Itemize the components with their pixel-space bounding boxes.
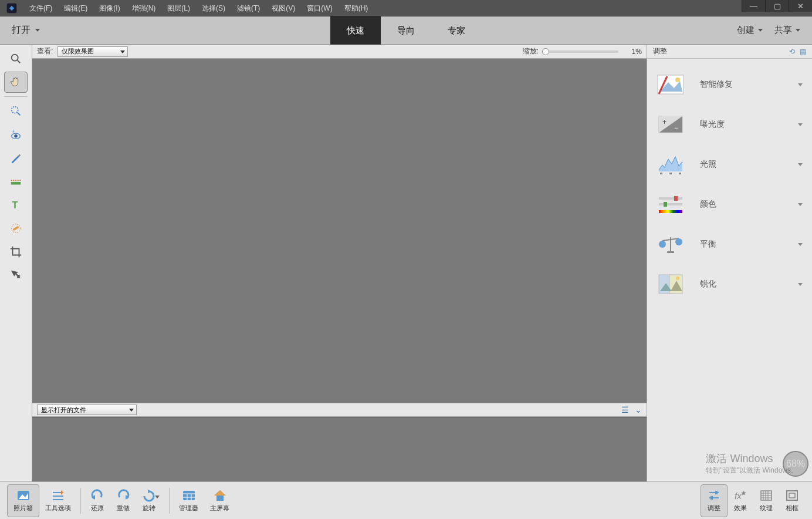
svg-rect-23 [669, 173, 672, 174]
bb-label: 调整 [708, 504, 720, 513]
text-tool[interactable]: T [4, 194, 28, 215]
tab-expert[interactable]: 专家 [431, 16, 482, 45]
svg-rect-22 [660, 173, 662, 174]
sharpen-icon [657, 272, 685, 296]
share-button[interactable]: 共享 [774, 25, 800, 36]
color-icon [657, 193, 685, 216]
chevron-down-icon [798, 123, 803, 126]
open-label: 打开 [12, 24, 31, 36]
open-button[interactable]: 打开 [12, 24, 40, 36]
menu-layer[interactable]: 图层(L) [161, 0, 196, 16]
collapse-icon[interactable]: ⌄ [635, 405, 642, 414]
effects-tab-button[interactable]: fx 效果 [728, 484, 753, 517]
svg-text:T: T [12, 200, 18, 210]
move-tool[interactable] [4, 265, 28, 286]
adjustments-list: 智能修复 +− 曝光度 光照 颜色 平衡 [647, 59, 812, 310]
chevron-down-icon [798, 203, 803, 206]
chevron-down-icon [758, 29, 763, 32]
canvas-area[interactable] [32, 59, 647, 403]
redo-button[interactable]: 重做 [110, 484, 136, 517]
spot-heal-tool[interactable] [4, 218, 28, 239]
chevron-down-icon [796, 29, 800, 32]
close-button[interactable]: ✕ [789, 0, 812, 12]
chevron-down-icon [35, 29, 40, 32]
app-icon [0, 0, 23, 16]
redeye-tool[interactable]: + [4, 124, 28, 145]
svg-rect-61 [787, 491, 797, 500]
minimize-button[interactable]: — [742, 0, 765, 12]
menu-enhance[interactable]: 增强(N) [126, 0, 162, 16]
menu-filter[interactable]: 滤镜(T) [231, 0, 266, 16]
photo-tray[interactable] [32, 417, 647, 481]
adjust-balance[interactable]: 平衡 [647, 224, 812, 264]
bb-label: 效果 [734, 504, 747, 513]
svg-point-32 [659, 241, 666, 248]
chevron-down-icon [798, 283, 803, 286]
quick-select-tool[interactable] [4, 100, 28, 122]
svg-text:−: − [674, 124, 678, 132]
adjustments-title: 调整 [653, 46, 667, 56]
reset-icon[interactable]: ⟲ [789, 48, 795, 56]
tool-palette: + T [0, 45, 32, 481]
home-button[interactable]: 主屏幕 [204, 484, 235, 517]
view-dropdown[interactable]: 仅限效果图 [57, 46, 128, 57]
svg-rect-12 [12, 226, 19, 231]
straighten-tool[interactable] [4, 171, 28, 192]
adjust-label: 曝光度 [700, 119, 783, 130]
undo-button[interactable]: 还原 [84, 484, 110, 517]
bb-label: 照片箱 [13, 504, 33, 513]
menu-help[interactable]: 帮助(H) [339, 0, 374, 16]
title-bar: 文件(F) 编辑(E) 图像(I) 增强(N) 图层(L) 选择(S) 滤镜(T… [0, 0, 812, 16]
adjust-sharpen[interactable]: 锐化 [647, 264, 812, 304]
menu-select[interactable]: 选择(S) [196, 0, 231, 16]
menu-view[interactable]: 视图(V) [266, 0, 301, 16]
zoom-slider[interactable] [542, 50, 618, 53]
panel-menu-icon[interactable]: ▤ [800, 48, 806, 56]
balance-icon [657, 232, 685, 256]
menu-edit[interactable]: 编辑(E) [58, 0, 93, 16]
adjustments-tab-button[interactable]: 调整 [701, 484, 728, 517]
share-label: 共享 [774, 25, 792, 36]
svg-rect-29 [659, 210, 682, 213]
open-files-dropdown-value: 显示打开的文件 [41, 406, 86, 414]
bb-label: 管理器 [179, 504, 198, 513]
options-bar: 查看: 仅限效果图 缩放: 1% [32, 45, 647, 59]
svg-rect-28 [664, 202, 667, 207]
tool-options-button[interactable]: 工具选项 [39, 484, 77, 517]
zoom-slider-thumb[interactable] [542, 48, 549, 55]
photo-bin-button[interactable]: 照片箱 [7, 484, 39, 517]
svg-marker-54 [214, 490, 226, 496]
tab-quick[interactable]: 快速 [330, 16, 381, 45]
zoom-tool[interactable] [4, 48, 28, 69]
adjust-smart-fix[interactable]: 智能修复 [647, 65, 812, 105]
svg-rect-62 [789, 493, 795, 498]
textures-tab-button[interactable]: 纹理 [753, 484, 779, 517]
open-files-dropdown[interactable]: 显示打开的文件 [37, 405, 137, 415]
rotate-button[interactable]: 旋转 [136, 484, 165, 517]
svg-point-15 [675, 77, 680, 82]
bb-label: 还原 [91, 504, 104, 513]
chevron-down-icon [798, 243, 803, 246]
svg-point-1 [12, 55, 18, 61]
list-view-icon[interactable]: ☰ [621, 405, 629, 414]
zoom-value: 1% [622, 48, 642, 56]
whiten-tool[interactable] [4, 147, 28, 168]
adjust-color[interactable]: 颜色 [647, 184, 812, 224]
menu-file[interactable]: 文件(F) [23, 0, 58, 16]
svg-rect-56 [715, 491, 718, 494]
menu-window[interactable]: 窗口(W) [301, 0, 338, 16]
adjust-label: 光照 [700, 159, 783, 170]
zoom-label: 缩放: [523, 46, 539, 56]
tab-guided[interactable]: 导向 [381, 16, 431, 45]
frames-tab-button[interactable]: 相框 [779, 484, 805, 517]
chevron-down-icon [798, 83, 803, 86]
menu-image[interactable]: 图像(I) [93, 0, 126, 16]
adjust-exposure[interactable]: +− 曝光度 [647, 105, 812, 144]
crop-tool[interactable] [4, 241, 28, 262]
maximize-button[interactable]: ▢ [765, 0, 789, 12]
hand-tool[interactable] [4, 72, 28, 93]
create-button[interactable]: 创建 [737, 25, 763, 36]
view-dropdown-value: 仅限效果图 [62, 47, 94, 56]
organizer-button[interactable]: 管理器 [173, 484, 204, 517]
adjust-lighting[interactable]: 光照 [647, 144, 812, 184]
